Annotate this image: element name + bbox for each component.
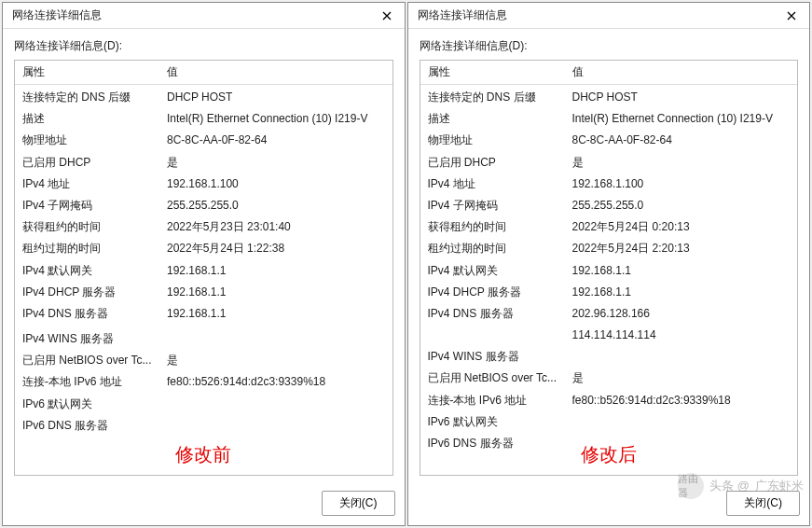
dialog-title: 网络连接详细信息 <box>418 7 507 23</box>
table-row[interactable]: 已启用 DHCP是 <box>15 152 392 174</box>
table-row[interactable]: 描述Intel(R) Ethernet Connection (10) I219… <box>15 108 392 130</box>
table-row[interactable]: IPv4 地址192.168.1.100 <box>420 174 798 195</box>
cell-value <box>572 348 791 366</box>
close-button[interactable]: 关闭(C) <box>322 491 395 516</box>
cell-property: IPv4 子网掩码 <box>428 197 572 215</box>
col-value[interactable]: 值 <box>572 64 791 80</box>
cell-value: DHCP HOST <box>167 89 385 106</box>
cell-value: 192.168.1.100 <box>572 175 791 193</box>
table-row[interactable]: IPv4 默认网关192.168.1.1 <box>420 260 798 282</box>
cell-value: 2022年5月24日 0:20:13 <box>572 218 791 236</box>
cell-value: Intel(R) Ethernet Connection (10) I219-V <box>167 110 385 128</box>
table-row[interactable]: IPv4 默认网关192.168.1.1 <box>15 260 392 282</box>
cell-property: IPv4 默认网关 <box>428 262 572 280</box>
table-row[interactable]: IPv4 DHCP 服务器192.168.1.1 <box>420 282 798 303</box>
col-property[interactable]: 属性 <box>22 64 167 80</box>
col-property[interactable]: 属性 <box>428 64 572 80</box>
cell-property: IPv4 默认网关 <box>22 262 167 280</box>
cell-property: 连接特定的 DNS 后缀 <box>22 89 167 106</box>
table-header: 属性 值 <box>420 61 798 85</box>
cell-property: IPv4 WINS 服务器 <box>428 348 572 366</box>
cell-value: 8C-8C-AA-0F-82-64 <box>572 132 791 149</box>
cell-value <box>572 435 791 452</box>
cell-value: 是 <box>572 154 791 172</box>
table-row[interactable]: 租约过期的时间2022年5月24日 1:22:38 <box>15 238 392 259</box>
table-row[interactable]: IPv4 DHCP 服务器192.168.1.1 <box>15 282 392 303</box>
cell-property: IPv6 DNS 服务器 <box>428 435 572 452</box>
cell-property: 获得租约的时间 <box>428 218 572 236</box>
close-icon[interactable] <box>375 7 399 25</box>
cell-property: 连接-本地 IPv6 地址 <box>22 373 167 391</box>
network-details-dialog-after: 网络连接详细信息 网络连接详细信息(D): 属性 值 连接特定的 DNS 后缀D… <box>407 2 811 526</box>
cell-property: IPv4 DHCP 服务器 <box>22 284 167 301</box>
table-row[interactable]: IPv4 子网掩码255.255.255.0 <box>420 195 798 216</box>
cell-property: 已启用 NetBIOS over Tc... <box>428 369 572 387</box>
cell-value <box>167 417 385 435</box>
cell-value: Intel(R) Ethernet Connection (10) I219-V <box>572 110 791 128</box>
table-row[interactable]: IPv4 DNS 服务器192.168.1.1 <box>15 303 392 325</box>
table-row[interactable]: 已启用 DHCP是 <box>420 152 798 174</box>
table-row[interactable]: IPv6 默认网关 <box>420 411 798 433</box>
cell-value: 192.168.1.100 <box>167 175 385 193</box>
cell-value: 192.168.1.1 <box>167 305 385 323</box>
table-row[interactable]: 物理地址8C-8C-AA-0F-82-64 <box>420 130 798 151</box>
table-row[interactable]: IPv4 WINS 服务器 <box>420 346 798 368</box>
cell-property: IPv4 子网掩码 <box>22 197 167 215</box>
network-details-dialog-before: 网络连接详细信息 网络连接详细信息(D): 属性 值 连接特定的 DNS 后缀D… <box>2 2 406 526</box>
table-row[interactable]: IPv6 DNS 服务器 <box>420 433 798 454</box>
cell-value: fe80::b526:914d:d2c3:9339%18 <box>167 373 385 391</box>
cell-value <box>167 396 385 413</box>
table-row[interactable]: 114.114.114.114 <box>420 325 798 346</box>
cell-property: 描述 <box>428 110 572 128</box>
close-icon[interactable] <box>779 7 804 25</box>
table-row[interactable]: 连接特定的 DNS 后缀DHCP HOST <box>420 87 798 108</box>
table-row[interactable]: IPv4 WINS 服务器 <box>15 328 392 350</box>
cell-property <box>428 327 572 344</box>
table-row[interactable]: IPv4 子网掩码255.255.255.0 <box>15 195 392 216</box>
close-button[interactable]: 关闭(C) <box>726 491 800 516</box>
table-row[interactable]: 物理地址8C-8C-AA-0F-82-64 <box>15 130 392 151</box>
cell-property: IPv6 默认网关 <box>22 396 167 413</box>
cell-property: 物理地址 <box>22 132 167 149</box>
table-row[interactable]: 连接-本地 IPv6 地址fe80::b526:914d:d2c3:9339%1… <box>15 371 392 393</box>
table-row[interactable]: IPv6 DNS 服务器 <box>15 415 392 437</box>
subtitle: 网络连接详细信息(D): <box>14 38 393 54</box>
cell-property: 连接-本地 IPv6 地址 <box>428 392 572 410</box>
cell-value: 202.96.128.166 <box>572 305 791 323</box>
cell-property: 连接特定的 DNS 后缀 <box>428 89 572 106</box>
table-row[interactable]: 连接特定的 DNS 后缀DHCP HOST <box>15 87 392 108</box>
details-table: 属性 值 连接特定的 DNS 后缀DHCP HOST描述Intel(R) Eth… <box>420 60 799 476</box>
table-row[interactable]: 描述Intel(R) Ethernet Connection (10) I219… <box>420 108 798 130</box>
titlebar: 网络连接详细信息 <box>3 3 405 29</box>
table-row[interactable]: IPv4 地址192.168.1.100 <box>15 174 392 195</box>
cell-property: IPv4 DNS 服务器 <box>428 305 572 323</box>
table-row[interactable]: 获得租约的时间2022年5月24日 0:20:13 <box>420 216 798 238</box>
cell-property: 物理地址 <box>428 132 572 149</box>
cell-property: 已启用 DHCP <box>22 154 167 172</box>
cell-property: IPv4 地址 <box>428 175 572 193</box>
cell-property: 已启用 NetBIOS over Tc... <box>22 352 167 369</box>
cell-value: 8C-8C-AA-0F-82-64 <box>167 132 385 149</box>
cell-property: IPv4 DHCP 服务器 <box>428 284 572 301</box>
cell-value: 192.168.1.1 <box>167 262 385 280</box>
cell-value: 是 <box>167 352 385 369</box>
cell-value: 192.168.1.1 <box>167 284 385 301</box>
table-row[interactable]: 获得租约的时间2022年5月23日 23:01:40 <box>15 216 392 238</box>
table-row[interactable]: 租约过期的时间2022年5月24日 2:20:13 <box>420 238 798 259</box>
details-table: 属性 值 连接特定的 DNS 后缀DHCP HOST描述Intel(R) Eth… <box>14 60 393 476</box>
cell-property: 已启用 DHCP <box>428 154 572 172</box>
table-row[interactable]: 已启用 NetBIOS over Tc...是 <box>420 368 798 389</box>
table-header: 属性 值 <box>15 61 392 85</box>
table-row[interactable]: 连接-本地 IPv6 地址fe80::b526:914d:d2c3:9339%1… <box>420 390 798 411</box>
titlebar: 网络连接详细信息 <box>408 3 810 29</box>
table-row[interactable]: IPv4 DNS 服务器202.96.128.166 <box>420 303 798 325</box>
table-row[interactable]: 已启用 NetBIOS over Tc...是 <box>15 350 392 371</box>
cell-value: 192.168.1.1 <box>572 284 791 301</box>
cell-value: 2022年5月24日 2:20:13 <box>572 240 791 257</box>
col-value[interactable]: 值 <box>167 64 385 80</box>
table-row[interactable]: IPv6 默认网关 <box>15 394 392 415</box>
cell-value: 192.168.1.1 <box>572 262 791 280</box>
annotation-before: 修改前 <box>15 442 392 467</box>
dialog-title: 网络连接详细信息 <box>12 7 102 23</box>
cell-property: 租约过期的时间 <box>22 240 167 257</box>
